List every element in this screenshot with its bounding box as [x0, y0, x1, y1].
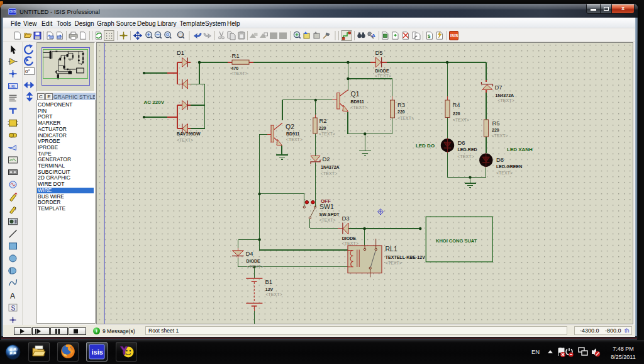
svg-text:Q1: Q1: [351, 90, 360, 98]
svg-text:<TEXT>: <TEXT>: [319, 218, 336, 222]
svg-text:isis: isis: [92, 348, 103, 356]
svg-text:1N4372A: 1N4372A: [321, 165, 340, 169]
svg-text:<TEXT>: <TEXT>: [397, 116, 414, 120]
svg-text:<TEXT>: <TEXT>: [319, 132, 335, 136]
svg-text:LBL: LBL: [9, 84, 17, 89]
svg-text:RL1: RL1: [386, 245, 397, 253]
svg-text:ISIS: ISIS: [450, 33, 458, 38]
svg-text:220: 220: [397, 110, 405, 114]
svg-text:<TEXT>: <TEXT>: [386, 261, 402, 265]
svg-text:<TEXT>: <TEXT>: [375, 74, 391, 78]
svg-text:B1: B1: [265, 278, 273, 285]
svg-text:220: 220: [492, 128, 499, 132]
svg-text:D6: D6: [458, 139, 465, 146]
svg-text:BD911: BD911: [351, 100, 365, 104]
svg-text:A: A: [10, 292, 15, 300]
svg-text:S: S: [11, 305, 16, 312]
svg-text:R5: R5: [492, 120, 500, 127]
svg-text:OFF: OFF: [321, 198, 331, 204]
svg-text:470: 470: [231, 66, 239, 71]
svg-text:A: A: [372, 33, 375, 38]
svg-text:D5: D5: [375, 49, 383, 56]
svg-text:D1: D1: [177, 49, 184, 56]
svg-text:D2: D2: [323, 156, 330, 162]
svg-text:AC 220V: AC 220V: [144, 100, 165, 105]
svg-text:LED DO: LED DO: [416, 143, 435, 149]
svg-text:<TEXT>: <TEXT>: [342, 241, 358, 246]
svg-text:DIODE: DIODE: [247, 259, 261, 263]
svg-text:D8: D8: [496, 156, 504, 163]
svg-text:<TEXT>: <TEXT>: [321, 171, 337, 176]
svg-text:1N4372A: 1N4372A: [496, 93, 514, 98]
svg-text:<TEXT>: <TEXT>: [453, 118, 469, 122]
svg-text:KHOI CONG SUAT: KHOI CONG SUAT: [436, 238, 477, 244]
svg-text:220: 220: [453, 111, 460, 116]
svg-text:<TEXT>: <TEXT>: [177, 138, 193, 142]
svg-text:D3: D3: [342, 215, 350, 222]
svg-text:LED-RED: LED-RED: [458, 147, 477, 152]
svg-text:BAV199DW: BAV199DW: [177, 132, 201, 136]
svg-text:LED-GREEN: LED-GREEN: [496, 164, 522, 169]
svg-text:220: 220: [319, 126, 326, 130]
svg-text:DIODE: DIODE: [375, 69, 390, 73]
svg-text:TEXTELL-KBE-12V: TEXTELL-KBE-12V: [386, 255, 425, 259]
svg-text:<TEXT>: <TEXT>: [266, 292, 282, 297]
svg-text:R4: R4: [453, 101, 460, 108]
svg-text:<TEXT>: <TEXT>: [496, 171, 513, 175]
svg-text:Q2: Q2: [286, 123, 294, 130]
svg-text:D7: D7: [495, 84, 502, 91]
svg-text:D4: D4: [246, 250, 253, 257]
svg-text:R2: R2: [319, 117, 327, 124]
svg-text:<TEXT>: <TEXT>: [286, 137, 303, 142]
svg-text:BD911: BD911: [286, 132, 300, 136]
svg-text:<TEXT>: <TEXT>: [498, 98, 514, 103]
svg-text:I: I: [15, 207, 16, 211]
svg-text:SW-SPDT: SW-SPDT: [319, 212, 340, 217]
svg-text:<TEXT>: <TEXT>: [231, 71, 248, 76]
svg-text:DIODE: DIODE: [342, 236, 357, 241]
svg-text:12V: 12V: [265, 287, 274, 292]
svg-text:<TEXT>: <TEXT>: [351, 105, 367, 110]
svg-text:<TEXT>: <TEXT>: [247, 264, 264, 269]
svg-text:LED XANH: LED XANH: [507, 147, 533, 152]
svg-text:$: $: [428, 33, 431, 39]
svg-text:<TEXT>: <TEXT>: [492, 134, 508, 138]
svg-text:R3: R3: [397, 101, 405, 108]
svg-text:R1: R1: [232, 52, 240, 59]
svg-text:<TEXT>: <TEXT>: [458, 154, 474, 159]
